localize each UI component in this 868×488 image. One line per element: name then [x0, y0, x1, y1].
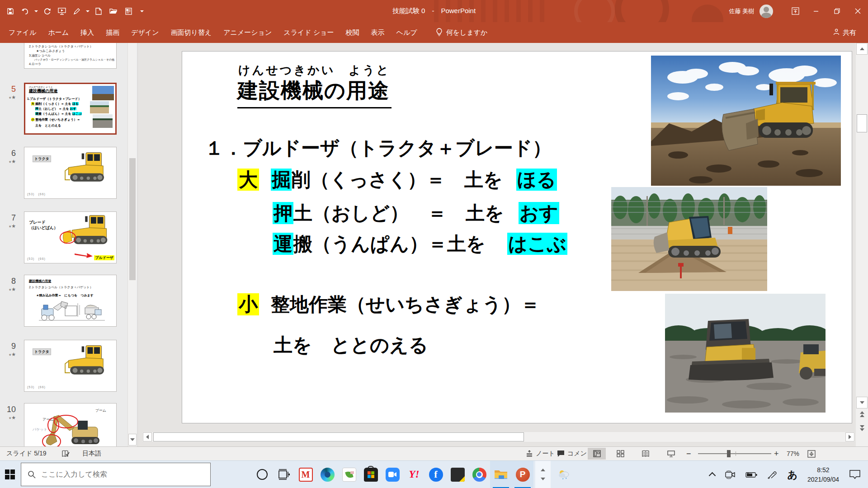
cortana-button[interactable]	[251, 461, 273, 488]
tab-view[interactable]: 表示	[365, 22, 391, 43]
action-center-icon[interactable]	[849, 469, 861, 480]
language-indicator[interactable]: 日本語	[82, 447, 101, 460]
spell-check-icon[interactable]	[61, 447, 70, 460]
notes-button[interactable]: ノート	[526, 447, 555, 460]
tab-file[interactable]: ファイル	[3, 22, 42, 43]
zoom-slider-track[interactable]	[698, 453, 771, 454]
pen-tray-icon[interactable]	[767, 471, 777, 479]
slideshow-view-button[interactable]	[662, 448, 680, 460]
slide-title[interactable]: 建設機械の用途	[237, 77, 392, 108]
thumbnail-slide-4[interactable]: 2.トラクタショベル（トラクタ＋バゲット） ★つみこみさぎょう 3.油圧ショベル…	[24, 43, 117, 69]
editor-horizontal-scrollbar[interactable]	[142, 432, 855, 442]
slide-body-line-1[interactable]: １．ブルドーザ（トラクタ＋ブレード）	[205, 136, 552, 161]
thumbnail-slide-8[interactable]: 建設機械の用途 2.トラクタショベル（トラクタ＋バゲット） ★積み込み作業＝ に…	[24, 275, 117, 327]
taskbar-weather[interactable]	[553, 461, 575, 488]
thumbnail-slide-7[interactable]: ブレード （はいどばん） ブルドーザ (53) (66)	[24, 211, 117, 263]
tab-review[interactable]: 校閲	[340, 22, 365, 43]
scroll-right-button[interactable]	[845, 432, 854, 441]
minimize-button[interactable]	[806, 0, 826, 22]
tab-help[interactable]: ヘルプ	[391, 22, 423, 43]
slide-title-ruby[interactable]: けんせつきかい ようと	[238, 62, 390, 78]
ime-mode-indicator[interactable]: あ	[787, 468, 797, 482]
taskbar-search[interactable]	[21, 463, 211, 486]
taskbar-ms-store[interactable]	[360, 461, 382, 488]
scroll-down-button[interactable]	[856, 397, 868, 408]
photo-bulldozer-grading-gravel[interactable]	[665, 294, 826, 413]
taskbar-edge[interactable]	[316, 461, 338, 488]
taskbar-powerpoint[interactable]: P	[512, 461, 533, 488]
slide-body-line-3[interactable]: 押土（おしど） ＝ 土をおす	[273, 201, 559, 226]
taskbar-facebook[interactable]: f	[425, 461, 447, 488]
tab-draw[interactable]: 描画	[100, 22, 125, 43]
taskbar-clock[interactable]: 8:52 2021/09/04	[807, 465, 839, 484]
slide-sorter-view-button[interactable]	[611, 448, 629, 460]
tab-design[interactable]: デザイン	[125, 22, 165, 43]
tab-slideshow[interactable]: スライド ショー	[278, 22, 340, 43]
battery-icon[interactable]	[745, 472, 757, 478]
pen-dropdown-caret[interactable]	[86, 10, 90, 12]
thumbnail-slide-10[interactable]: ブーム アーム バケット	[24, 403, 117, 446]
thumbnail-scroll-down-button[interactable]	[128, 434, 137, 446]
search-input[interactable]	[41, 470, 190, 479]
taskbar-yahoo[interactable]: Y!	[403, 461, 425, 488]
customize-qat-caret[interactable]	[140, 10, 144, 12]
undo-icon[interactable]	[19, 5, 31, 18]
taskbar-gmail[interactable]: M	[295, 461, 316, 488]
photo-bulldozer-digging[interactable]	[651, 56, 841, 186]
share-button[interactable]: 共有	[833, 22, 856, 43]
next-slide-button[interactable]	[856, 425, 868, 431]
taskbar-overflow-arrows[interactable]	[535, 461, 551, 488]
tab-insert[interactable]: 挿入	[75, 22, 100, 43]
thumbnail-slide-5-selected[interactable]: けんせつきかい ようと 建設機械の用途 1.ブルドーザ（トラクタ＋ブレード） 大…	[24, 83, 117, 135]
reading-view-button[interactable]	[637, 448, 655, 460]
slide-canvas[interactable]: けんせつきかい ようと 建設機械の用途 １．ブルドーザ（トラクタ＋ブレード） 大…	[182, 51, 852, 423]
slide-indicator[interactable]: スライド 5/19	[6, 447, 46, 460]
camera-tray-icon[interactable]	[725, 470, 736, 479]
taskbar-chrome[interactable]	[468, 461, 490, 488]
open-folder-icon[interactable]	[108, 5, 119, 18]
zoom-slider-handle[interactable]	[727, 450, 731, 457]
print-preview-icon[interactable]	[123, 5, 134, 18]
taskbar-zoom[interactable]	[382, 461, 403, 488]
redo-icon[interactable]	[41, 5, 53, 18]
taskbar-photos-app[interactable]	[338, 461, 360, 488]
zoom-in-button[interactable]: +	[774, 447, 779, 460]
ribbon-display-options-icon[interactable]	[785, 0, 806, 22]
tab-animations[interactable]: アニメーション	[217, 22, 278, 43]
zoom-percentage[interactable]: 77%	[787, 447, 799, 460]
slide-body-line-4[interactable]: 運搬（うんぱん）＝土をはこぶ	[273, 231, 567, 257]
thumbnail-scrollbar-thumb[interactable]	[129, 158, 136, 280]
undo-dropdown-caret[interactable]	[34, 10, 38, 12]
thumbnail-slide-6[interactable]: トラクタ (53) (66)	[24, 147, 117, 199]
photo-bulldozer-pushing[interactable]	[611, 187, 767, 291]
slide-body-line-6[interactable]: 土を ととのえる	[274, 333, 428, 358]
tab-home[interactable]: ホーム	[42, 22, 75, 43]
task-view-button[interactable]	[273, 461, 295, 488]
scroll-up-button[interactable]	[856, 43, 868, 55]
thumbnail-slide-9[interactable]: トラクタ (53) (66)	[24, 340, 117, 392]
new-file-icon[interactable]	[93, 5, 104, 18]
save-icon[interactable]	[5, 5, 16, 18]
editor-vertical-scrollbar[interactable]	[856, 43, 868, 446]
slide-body-line-5[interactable]: 小整地作業（せいちさぎょう）＝	[237, 292, 540, 317]
close-button[interactable]	[847, 0, 868, 22]
hidden-icons-chevron[interactable]	[709, 472, 716, 479]
start-button[interactable]	[0, 461, 20, 488]
avatar[interactable]	[760, 5, 773, 18]
tell-me-search[interactable]: 何をしますか	[436, 28, 488, 38]
thumbnail-panel-scrollbar[interactable]	[127, 43, 137, 446]
previous-slide-button[interactable]	[856, 411, 868, 417]
horizontal-scrollbar-thumb[interactable]	[153, 432, 524, 441]
slide-body-line-2[interactable]: 大掘削（くっさく）＝ 土をほる	[237, 167, 557, 192]
ink-pen-icon[interactable]	[71, 5, 83, 18]
fit-slide-to-window-button[interactable]	[807, 447, 816, 460]
taskbar-notes-app[interactable]	[447, 461, 468, 488]
start-slideshow-icon[interactable]	[56, 5, 68, 18]
scroll-left-button[interactable]	[143, 432, 152, 441]
zoom-out-button[interactable]: −	[686, 447, 691, 460]
vertical-scrollbar-thumb[interactable]	[857, 114, 867, 132]
restore-button[interactable]	[826, 0, 847, 22]
account-name[interactable]: 佐藤 美樹	[729, 7, 754, 15]
tab-transitions[interactable]: 画面切り替え	[165, 22, 218, 43]
normal-view-button[interactable]	[588, 448, 606, 460]
